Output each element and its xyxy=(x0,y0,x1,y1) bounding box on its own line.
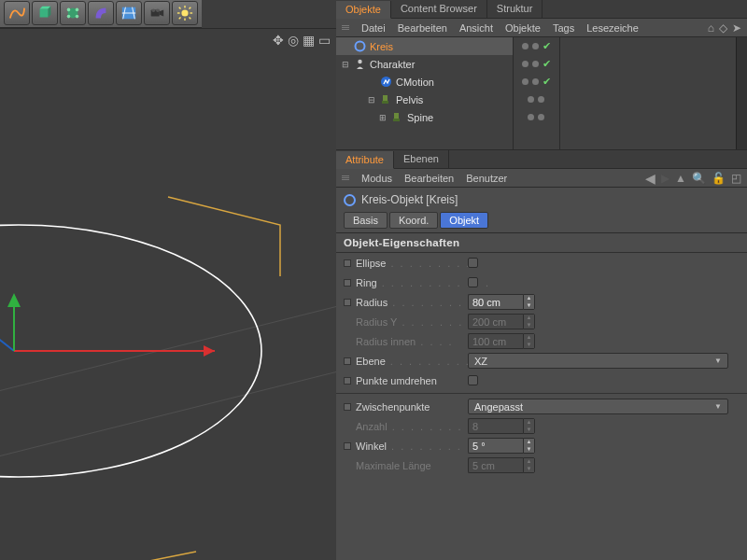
combo-value: XZ xyxy=(474,356,487,367)
om-menu-tags[interactable]: Tags xyxy=(553,22,574,34)
om-tabs: Objekte Content Browser Struktur xyxy=(336,0,747,19)
arrow-icon[interactable]: ➤ xyxy=(732,21,741,35)
checkbox-flip[interactable] xyxy=(468,375,478,385)
divider xyxy=(336,393,747,394)
vis-row[interactable] xyxy=(514,108,559,126)
combo-zwischenpunkte[interactable]: Angepasst▼ xyxy=(468,399,728,414)
prop-label: Winkel xyxy=(356,441,387,452)
checkbox-ring[interactable] xyxy=(468,277,478,287)
om-tags-column[interactable] xyxy=(560,37,737,149)
expander-icon[interactable] xyxy=(366,77,377,88)
search-icon[interactable]: 🔍 xyxy=(692,172,706,185)
svg-marker-31 xyxy=(204,345,215,357)
om-tree[interactable]: Kreis ⊟ Charakter CMotion ⊟ Pelvis ⊞ Spi… xyxy=(336,37,514,149)
attr-menu-mode[interactable]: Modus xyxy=(361,173,392,184)
spin-up-icon[interactable]: ▲ xyxy=(524,439,534,446)
tree-row-spine[interactable]: ⊞ Spine xyxy=(336,108,513,126)
svg-point-16 xyxy=(181,9,188,16)
expander-icon[interactable]: ⊟ xyxy=(340,59,351,70)
vis-row[interactable]: ✔ xyxy=(514,73,559,91)
tool-primitive-cube[interactable] xyxy=(32,1,58,25)
tab-attribute[interactable]: Attribute xyxy=(336,151,394,169)
expander-icon[interactable]: ⊟ xyxy=(366,94,377,105)
input-radius[interactable] xyxy=(468,294,523,310)
input-anzahl xyxy=(468,418,523,434)
checkbox-ellipse[interactable] xyxy=(468,258,478,268)
input-radius-inner xyxy=(468,333,523,349)
tab-objects[interactable]: Objekte xyxy=(336,1,391,19)
anim-dot[interactable] xyxy=(344,403,351,411)
expander-icon[interactable]: ⊞ xyxy=(377,112,388,123)
attr-tab-object[interactable]: Objekt xyxy=(440,212,488,229)
tool-light[interactable] xyxy=(172,1,198,25)
nav-fwd-icon[interactable]: ▶ xyxy=(661,172,669,185)
vis-row[interactable] xyxy=(514,91,559,108)
new-icon[interactable]: ◰ xyxy=(731,172,741,185)
vis-row[interactable]: ✔ xyxy=(514,37,559,55)
anim-dot[interactable] xyxy=(344,357,351,365)
tree-row-kreis[interactable]: Kreis xyxy=(336,37,513,55)
tab-layers[interactable]: Ebenen xyxy=(394,150,449,168)
attr-tab-basis[interactable]: Basis xyxy=(344,212,388,229)
om-menu-bookmarks[interactable]: Lesezeiche xyxy=(586,22,639,34)
spin-down-icon: ▼ xyxy=(524,427,534,434)
svg-line-27 xyxy=(149,552,196,560)
panel-grip-icon[interactable] xyxy=(342,25,349,30)
attr-tab-coord[interactable]: Koord. xyxy=(389,212,438,229)
prop-ellipse: Ellipse . . . . . . . . . . xyxy=(336,253,747,273)
lock-icon[interactable]: 🔓 xyxy=(712,172,726,185)
tool-deformer-cage[interactable] xyxy=(60,1,86,25)
joint-icon xyxy=(390,111,403,124)
field-radius[interactable]: ▲▼ xyxy=(468,294,535,310)
anim-dot[interactable] xyxy=(344,377,351,385)
tree-row-charakter[interactable]: ⊟ Charakter xyxy=(336,55,513,73)
attr-menu-user[interactable]: Benutzer xyxy=(466,173,507,184)
om-menu-edit[interactable]: Bearbeiten xyxy=(398,22,447,34)
spin-up-icon: ▲ xyxy=(524,458,534,466)
vis-row[interactable]: ✔ xyxy=(514,55,559,73)
anim-dot[interactable] xyxy=(344,279,351,287)
input-maxlen xyxy=(468,457,523,473)
combo-ebene[interactable]: XZ▼ xyxy=(468,353,728,369)
prop-anzahl: Anzahl . . . . . . . . . . . ▲▼ xyxy=(336,416,747,436)
spin-up-icon[interactable]: ▲ xyxy=(524,295,534,302)
svg-point-14 xyxy=(152,9,156,13)
anim-dot[interactable] xyxy=(344,442,351,450)
svg-point-4 xyxy=(67,8,71,12)
input-radius-y xyxy=(468,314,523,329)
viewport[interactable]: ✥ ◎ ▦ ▭ xyxy=(0,28,336,560)
tree-label: CMotion xyxy=(396,77,434,88)
tool-floor[interactable] xyxy=(116,1,142,25)
field-winkel[interactable]: ▲▼ xyxy=(468,438,535,454)
input-winkel[interactable] xyxy=(468,438,523,454)
prop-label: Ebene xyxy=(356,356,386,367)
svg-point-5 xyxy=(76,8,79,12)
panel-grip-icon[interactable] xyxy=(342,175,349,180)
eye-icon[interactable]: ◇ xyxy=(719,21,727,35)
tab-content-browser[interactable]: Content Browser xyxy=(391,0,487,18)
anim-dot[interactable] xyxy=(344,299,351,306)
tool-bend[interactable] xyxy=(88,1,114,25)
home-icon[interactable]: ⌂ xyxy=(708,21,714,35)
scrollbar[interactable] xyxy=(736,37,747,149)
expander-icon[interactable] xyxy=(340,41,351,52)
tree-row-pelvis[interactable]: ⊟ Pelvis xyxy=(336,91,513,108)
anim-dot[interactable] xyxy=(344,259,351,267)
om-menu-file[interactable]: Datei xyxy=(361,22,386,34)
viewport-scene xyxy=(0,29,336,560)
spin-up-icon: ▲ xyxy=(524,334,534,342)
om-menu-objects[interactable]: Objekte xyxy=(505,22,541,34)
spin-down-icon[interactable]: ▼ xyxy=(524,302,534,310)
combo-value: Angepasst xyxy=(474,401,523,413)
svg-line-23 xyxy=(190,7,191,9)
om-menu-view[interactable]: Ansicht xyxy=(459,22,493,34)
joint-icon xyxy=(379,93,392,106)
spin-down-icon[interactable]: ▼ xyxy=(524,446,534,454)
tree-row-cmotion[interactable]: CMotion xyxy=(336,73,513,91)
tab-structure[interactable]: Struktur xyxy=(487,0,543,18)
nav-back-icon[interactable]: ◀ xyxy=(645,171,655,186)
nav-up-icon[interactable]: ▲ xyxy=(675,172,686,185)
tool-spline[interactable] xyxy=(4,1,30,25)
tool-camera[interactable] xyxy=(144,1,170,25)
attr-menu-edit[interactable]: Bearbeiten xyxy=(404,173,454,184)
